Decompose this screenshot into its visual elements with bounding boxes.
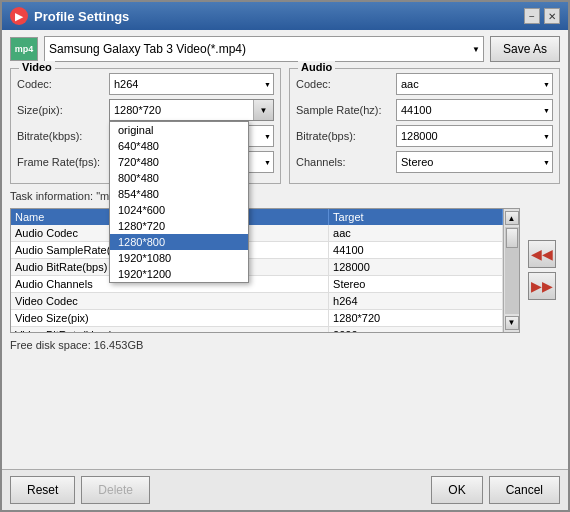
row-target: 128000	[329, 259, 503, 276]
profile-settings-window: ▶ Profile Settings − ✕ mp4 Samsung Galax…	[0, 0, 570, 512]
size-label: Size(pix):	[17, 104, 105, 116]
close-button[interactable]: ✕	[544, 8, 560, 24]
table-area: Name Target Audio CodecaacAudio SampleRa…	[10, 208, 560, 333]
audio-panel-title: Audio	[298, 61, 335, 73]
codec-row: Codec: h264	[17, 73, 274, 95]
video-panel-title: Video	[19, 61, 55, 73]
audio-bitrate-select[interactable]: 128000	[396, 125, 553, 147]
scroll-down-button[interactable]: ▼	[505, 316, 519, 330]
audio-bitrate-label: Bitrate(bps):	[296, 130, 392, 142]
size-option-854[interactable]: 854*480	[110, 186, 248, 202]
channels-label: Channels:	[296, 156, 392, 168]
audio-bitrate-select-wrapper: 128000	[396, 125, 553, 147]
nav-arrows: ◀◀ ▶▶	[524, 208, 560, 333]
row-name: Video Size(pix)	[11, 310, 329, 327]
table-row[interactable]: Audio SampleRate(hz)44100	[11, 242, 503, 259]
panels-container: Video Codec: h264 Size(pix): 1	[10, 66, 560, 184]
audio-codec-label: Codec:	[296, 78, 392, 90]
size-option-1280-800[interactable]: 1280*800	[110, 234, 248, 250]
window-title: Profile Settings	[34, 9, 129, 24]
channels-select-wrapper: Stereo	[396, 151, 553, 173]
title-bar-left: ▶ Profile Settings	[10, 7, 129, 25]
save-as-button[interactable]: Save As	[490, 36, 560, 62]
audio-codec-row: Codec: aac	[296, 73, 553, 95]
table-scroll[interactable]: Name Target Audio CodecaacAudio SampleRa…	[11, 209, 503, 332]
video-codec-select[interactable]: h264	[109, 73, 274, 95]
title-controls: − ✕	[524, 8, 560, 24]
next-button[interactable]: ▶▶	[528, 272, 556, 300]
row-target: 1280*720	[329, 310, 503, 327]
delete-button[interactable]: Delete	[81, 476, 150, 504]
samplerate-row: Sample Rate(hz): 44100	[296, 99, 553, 121]
samplerate-label: Sample Rate(hz):	[296, 104, 392, 116]
size-option-1024[interactable]: 1024*600	[110, 202, 248, 218]
title-bar: ▶ Profile Settings − ✕	[2, 2, 568, 30]
row-target: Stereo	[329, 276, 503, 293]
footer: Reset Delete OK Cancel	[2, 469, 568, 510]
samplerate-select-wrapper: 44100	[396, 99, 553, 121]
size-option-640[interactable]: 640*480	[110, 138, 248, 154]
samplerate-select[interactable]: 44100	[396, 99, 553, 121]
size-dropdown-list: original 640*480 720*480 800*480 854*480…	[109, 121, 249, 283]
footer-right: OK Cancel	[431, 476, 560, 504]
table-row[interactable]: Audio Codecaac	[11, 225, 503, 242]
profile-select-wrapper: Samsung Galaxy Tab 3 Video(*.mp4)	[44, 36, 484, 62]
size-option-1920-1080[interactable]: 1920*1080	[110, 250, 248, 266]
row-target: h264	[329, 293, 503, 310]
table-row[interactable]: Video Size(pix)1280*720	[11, 310, 503, 327]
table-row[interactable]: Audio ChannelsStereo	[11, 276, 503, 293]
size-option-720[interactable]: 720*480	[110, 154, 248, 170]
reset-button[interactable]: Reset	[10, 476, 75, 504]
disk-info: Free disk space: 16.453GB	[10, 337, 560, 464]
size-option-1920-1200[interactable]: 1920*1200	[110, 266, 248, 282]
channels-select[interactable]: Stereo	[396, 151, 553, 173]
table-row[interactable]: Video BitRate(kbps)2000	[11, 327, 503, 332]
video-bitrate-label: Bitrate(kbps):	[17, 130, 105, 142]
size-select-display[interactable]: 1280*720 ▼	[109, 99, 274, 121]
row-name: Video Codec	[11, 293, 329, 310]
row-target: 44100	[329, 242, 503, 259]
minimize-button[interactable]: −	[524, 8, 540, 24]
channels-row: Channels: Stereo	[296, 151, 553, 173]
audio-bitrate-row: Bitrate(bps): 128000	[296, 125, 553, 147]
video-panel: Video Codec: h264 Size(pix): 1	[10, 68, 281, 184]
col-header-target: Target	[329, 209, 503, 225]
prev-button[interactable]: ◀◀	[528, 240, 556, 268]
app-icon: ▶	[10, 7, 28, 25]
scroll-thumb[interactable]	[506, 228, 518, 248]
row-target: 2000	[329, 327, 503, 332]
size-dropdown-arrow[interactable]: ▼	[253, 100, 273, 120]
codec-select-wrapper: h264	[109, 73, 274, 95]
profile-row: mp4 Samsung Galaxy Tab 3 Video(*.mp4) Sa…	[10, 36, 560, 62]
row-name: Video BitRate(kbps)	[11, 327, 329, 332]
data-table: Name Target Audio CodecaacAudio SampleRa…	[11, 209, 503, 332]
audio-codec-select-wrapper: aac	[396, 73, 553, 95]
audio-codec-select[interactable]: aac	[396, 73, 553, 95]
size-row: Size(pix): 1280*720 ▼ original 640*480 7…	[17, 99, 274, 121]
size-select-area: 1280*720 ▼ original 640*480 720*480 800*…	[109, 99, 274, 121]
main-content: mp4 Samsung Galaxy Tab 3 Video(*.mp4) Sa…	[2, 30, 568, 469]
table-row[interactable]: Audio BitRate(bps)128000	[11, 259, 503, 276]
framerate-label: Frame Rate(fps):	[17, 156, 105, 168]
ok-button[interactable]: OK	[431, 476, 482, 504]
scroll-up-button[interactable]: ▲	[505, 211, 519, 225]
footer-left: Reset Delete	[10, 476, 150, 504]
size-selected-value: 1280*720	[110, 104, 253, 116]
row-target: aac	[329, 225, 503, 242]
codec-label: Codec:	[17, 78, 105, 90]
scroll-track[interactable]	[505, 227, 519, 314]
task-info-row: Task information: "m4....m4v"	[10, 188, 560, 204]
scrollbar[interactable]: ▲ ▼	[503, 209, 519, 332]
table-outer: Name Target Audio CodecaacAudio SampleRa…	[10, 208, 520, 333]
profile-icon: mp4	[10, 37, 38, 61]
table-row[interactable]: Video Codech264	[11, 293, 503, 310]
cancel-button[interactable]: Cancel	[489, 476, 560, 504]
size-option-1280-720[interactable]: 1280*720	[110, 218, 248, 234]
size-option-original[interactable]: original	[110, 122, 248, 138]
profile-select[interactable]: Samsung Galaxy Tab 3 Video(*.mp4)	[44, 36, 484, 62]
audio-panel: Audio Codec: aac Sample Rate(hz): 44100	[289, 68, 560, 184]
size-option-800[interactable]: 800*480	[110, 170, 248, 186]
